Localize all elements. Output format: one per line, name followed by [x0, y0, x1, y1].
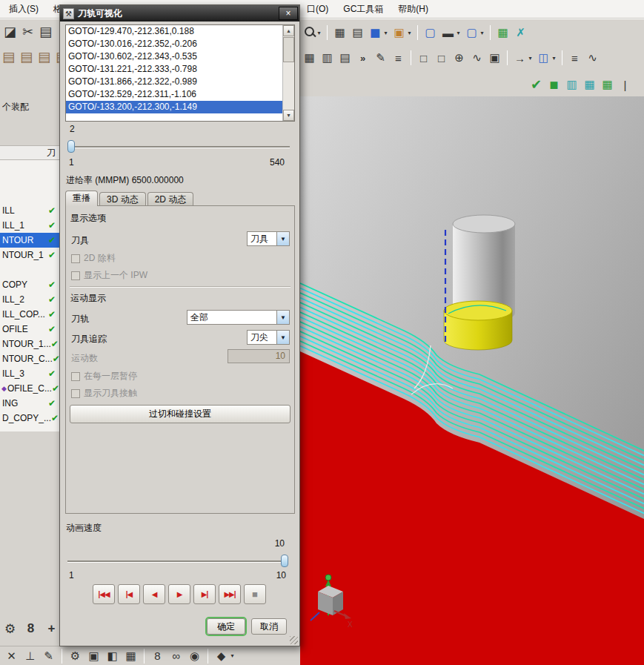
toolbar-icon[interactable]: ≡ [566, 49, 583, 67]
menu-item[interactable]: 帮助(H) [398, 3, 428, 16]
operation-row[interactable]: COPY ✔ [0, 277, 59, 292]
toolbar-icon[interactable]: ▥ [563, 76, 580, 93]
toolbar-icon[interactable] [144, 649, 145, 664]
operation-row[interactable]: ILL ✔ [0, 203, 59, 218]
operation-row[interactable]: ILL_3 ✔ [0, 366, 59, 381]
toolbar-icon[interactable]: ∿ [468, 49, 485, 67]
toolbar-icon[interactable]: ▤ [18, 48, 35, 66]
toolbar-icon[interactable]: □ [415, 49, 432, 67]
operation-row[interactable]: NTOUR_1... ✔ [0, 337, 59, 351]
toolbar-icon[interactable]: ⊥ [21, 647, 39, 665]
playback-button[interactable]: ■ [244, 584, 266, 604]
slider-thumb[interactable] [281, 555, 288, 567]
toolbar-icon[interactable]: ▤ [37, 23, 54, 41]
toolbar-icon[interactable] [62, 649, 62, 664]
toolbar-icon[interactable]: » [354, 49, 371, 67]
playback-button[interactable]: ▶ [168, 584, 190, 604]
tab[interactable]: 2D 动态 [147, 192, 194, 206]
toolbar-icon[interactable]: ▾ [478, 24, 486, 42]
scroll-thumb[interactable] [283, 37, 294, 62]
toolbar-icon[interactable]: ▾ [228, 647, 236, 665]
toolbar-icon[interactable]: ✂ [19, 23, 36, 41]
toolbar-icon[interactable]: ▾ [454, 24, 462, 42]
toolbar-icon[interactable] [417, 25, 418, 40]
toolbar-icon[interactable]: ▦ [122, 647, 139, 665]
checkbox-show-tool-contact[interactable]: 显示刀具接触 [71, 387, 137, 400]
navigator-header[interactable]: 刀 [0, 145, 59, 160]
playback-button[interactable]: |◀◀ [93, 584, 115, 604]
playback-button[interactable]: ▶▶| [219, 584, 241, 604]
goto-line[interactable]: GOTO/-133.200,-212.300,-1.149 [66, 101, 282, 113]
playback-button[interactable]: |◀ [118, 584, 140, 604]
toolbar-icon[interactable]: ✎ [40, 647, 57, 665]
toolbar-icon[interactable] [507, 50, 508, 65]
toolbar-icon[interactable]: + [43, 620, 60, 638]
toolbar-icon[interactable]: ∿ [584, 49, 601, 67]
toolbar-icon[interactable]: ▦ [301, 49, 318, 67]
goto-line[interactable]: GOTO/-129.470,-212.361,0.188 [66, 25, 282, 38]
toolbar-icon[interactable]: ◼ [545, 76, 562, 93]
assembly-label[interactable]: 个装配 [2, 101, 29, 113]
tab[interactable]: 3D 动态 [99, 192, 146, 206]
toolpath-dropdown[interactable]: 全部 ▼ [187, 310, 290, 325]
toolbar-icon[interactable]: □ [433, 49, 450, 67]
toolbar-icon[interactable]: ▾ [405, 24, 414, 42]
toolbar-icon[interactable]: ▦ [331, 24, 348, 42]
toolbar-icon[interactable]: ▾ [550, 49, 558, 67]
playback-button[interactable]: ▶| [193, 584, 216, 604]
operation-row[interactable]: ILL_1 ✔ [0, 218, 59, 233]
animation-speed-slider[interactable] [67, 556, 288, 566]
scroll-down-icon[interactable]: ▼ [283, 110, 294, 121]
operation-row[interactable]: NTOUR ✔ [0, 233, 59, 248]
toolbar-icon[interactable]: ▦ [599, 76, 616, 93]
toolbar-icon[interactable]: ▤ [336, 49, 353, 67]
operation-row[interactable]: ◆ OFILE_C... ✔ [0, 381, 59, 396]
toolbar-icon[interactable]: ✔ [528, 76, 545, 93]
tool-trace-dropdown[interactable]: 刀尖 ▼ [247, 330, 290, 345]
toolbar-icon[interactable] [562, 50, 562, 65]
operation-row[interactable]: ILL_2 ✔ [0, 292, 59, 307]
toolbar-icon[interactable]: | [617, 76, 634, 93]
chevron-down-icon[interactable]: ▼ [276, 331, 289, 344]
toolbar-icon[interactable]: ✎ [372, 49, 389, 67]
operation-row[interactable]: ING ✔ [0, 396, 59, 411]
toolbar-icon[interactable]: 8 [22, 620, 39, 638]
toolbar-icon[interactable]: ▦ [494, 24, 511, 42]
operation-row[interactable]: OFILE ✔ [0, 322, 59, 337]
toolbar-icon[interactable]: ⊕ [451, 49, 468, 67]
gouge-collision-settings-button[interactable]: 过切和碰撞设置 [70, 405, 291, 423]
goto-line[interactable]: GOTO/-131.866,-212.322,-0.989 [66, 76, 282, 88]
toolbar-icon[interactable]: ▤ [36, 48, 53, 66]
playback-button[interactable]: ◀ [143, 584, 165, 604]
menu-item[interactable]: GC工具箱 [343, 3, 383, 16]
chevron-down-icon[interactable]: ▼ [276, 311, 289, 324]
toolbar-icon[interactable] [411, 50, 411, 65]
cancel-button[interactable]: 取消 [251, 618, 287, 635]
goto-scrollbar[interactable]: ▲ ▼ [282, 25, 294, 121]
checkbox-2d-material-removal[interactable]: 2D 除料 [71, 252, 116, 265]
toolbar-icon[interactable]: ▣ [85, 647, 102, 665]
graphics-window[interactable]: X [300, 96, 644, 665]
toolbar-icon[interactable]: ▥ [319, 49, 336, 67]
checkbox-pause-each-level[interactable]: 在每一层暂停 [71, 370, 137, 383]
toolbar-icon[interactable]: ✗ [512, 24, 529, 42]
toolbar-icon[interactable]: ▢ [422, 24, 439, 42]
scroll-up-icon[interactable]: ▲ [283, 25, 294, 36]
slider-thumb[interactable] [67, 140, 75, 153]
progress-slider[interactable] [67, 142, 290, 152]
toolbar-icon[interactable]: ▣ [486, 49, 503, 67]
toolbar-icon[interactable]: ✕ [3, 647, 20, 665]
toolbar-icon[interactable]: ⚙ [1, 620, 19, 638]
close-button[interactable]: × [279, 7, 298, 20]
toolbar-icon[interactable]: ∞ [167, 647, 185, 665]
toolbar-icon[interactable] [490, 25, 491, 40]
toolbar-icon[interactable] [327, 25, 328, 40]
goto-line[interactable]: GOTO/-130.016,-212.352,-0.206 [66, 38, 282, 50]
tab[interactable]: 重播 [65, 191, 98, 206]
goto-line[interactable]: GOTO/-132.529,-212.311,-1.106 [66, 88, 282, 101]
toolbar-icon[interactable]: ◪ [1, 23, 19, 41]
toolbar-icon[interactable] [208, 649, 208, 664]
toolbar-icon[interactable]: ▾ [526, 49, 534, 67]
tool-dropdown[interactable]: 刀具 ▼ [247, 231, 290, 246]
search-icon[interactable] [302, 24, 317, 41]
